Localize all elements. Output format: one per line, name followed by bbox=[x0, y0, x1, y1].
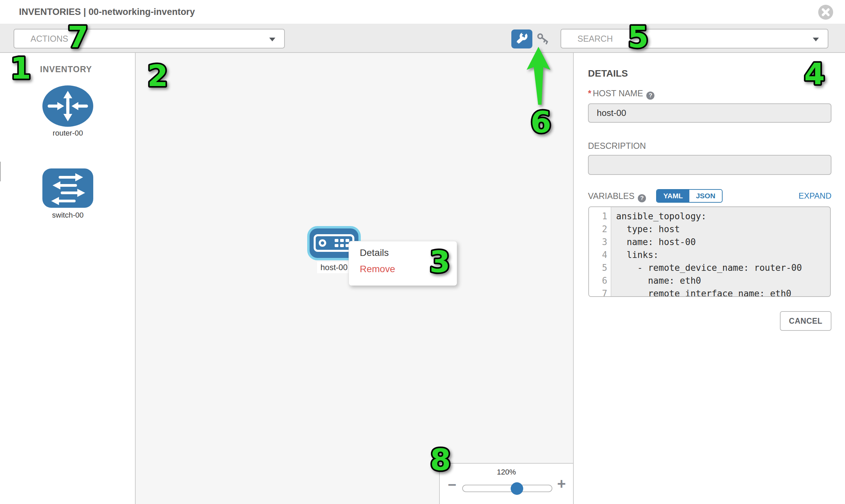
editor-line-number: 4 bbox=[589, 249, 611, 261]
zoom-slider-track[interactable] bbox=[462, 485, 552, 492]
network-visualizer-app: INVENTORIES | 00-networking-inventory AC… bbox=[0, 0, 845, 504]
editor-line-number: 7 bbox=[589, 287, 611, 297]
yaml-toggle-button[interactable]: YAML bbox=[657, 190, 689, 202]
editor-code-line: ansible_topology: bbox=[616, 210, 830, 223]
editor-line-number: 2 bbox=[589, 223, 611, 236]
host-name-input[interactable]: host-00 bbox=[588, 103, 831, 123]
context-menu: Details Remove bbox=[349, 241, 457, 286]
page-title: INVENTORIES | 00-networking-inventory bbox=[19, 0, 195, 24]
cancel-button[interactable]: CANCEL bbox=[780, 311, 831, 331]
question-circle-icon[interactable]: ? bbox=[638, 194, 646, 202]
sidebar-item-switch-label: switch-00 bbox=[20, 211, 115, 220]
search-dropdown-label: SEARCH bbox=[578, 30, 613, 48]
context-menu-item-remove[interactable]: Remove bbox=[360, 262, 395, 276]
variables-editor[interactable]: 1234567 ansible_topology: type: host nam… bbox=[588, 206, 831, 297]
editor-line-number: 6 bbox=[589, 274, 611, 287]
key-button[interactable] bbox=[536, 33, 552, 47]
switch-icon bbox=[42, 203, 93, 209]
required-asterisk: * bbox=[588, 88, 592, 98]
editor-code-line: remote_interface_name: eth0 bbox=[616, 287, 830, 297]
sidebar-item-router[interactable] bbox=[42, 85, 93, 128]
zoom-out-button[interactable]: – bbox=[448, 476, 456, 491]
question-circle-icon[interactable]: ? bbox=[646, 91, 654, 100]
sidebar-scrollbar[interactable] bbox=[0, 162, 1, 181]
editor-code-line: name: eth0 bbox=[616, 274, 830, 287]
variables-label-row: VARIABLES? bbox=[588, 191, 646, 202]
sidebar-item-switch[interactable] bbox=[42, 168, 93, 209]
close-button[interactable] bbox=[818, 5, 833, 20]
details-panel: DETAILS * HOST NAME? host-00 DESCRIPTION… bbox=[575, 53, 845, 504]
editor-line-number: 5 bbox=[589, 261, 611, 274]
host-name-field-label-row: * HOST NAME? bbox=[588, 88, 654, 100]
header: INVENTORIES | 00-networking-inventory bbox=[0, 0, 845, 24]
actions-dropdown[interactable]: ACTIONS bbox=[14, 29, 285, 49]
tools-button[interactable] bbox=[511, 30, 532, 49]
context-menu-item-details[interactable]: Details bbox=[360, 246, 389, 259]
chevron-down-icon bbox=[269, 38, 275, 41]
wrench-icon bbox=[511, 44, 532, 50]
json-toggle-button[interactable]: JSON bbox=[689, 190, 722, 202]
editor-line-numbers: 1234567 bbox=[589, 207, 611, 296]
expand-link[interactable]: EXPAND bbox=[798, 191, 831, 201]
editor-code-line: name: host-00 bbox=[616, 236, 830, 249]
zoom-percent: 120% bbox=[440, 468, 573, 476]
router-icon bbox=[42, 122, 93, 128]
topology-canvas[interactable]: host-00 Details Remove 120% – + bbox=[136, 53, 574, 504]
sidebar-item-router-label: router-00 bbox=[20, 129, 115, 138]
editor-line-number: 3 bbox=[589, 236, 611, 249]
description-label: DESCRIPTION bbox=[588, 141, 646, 151]
description-input[interactable] bbox=[588, 155, 831, 175]
host-name-label: HOST NAME bbox=[593, 88, 643, 98]
variables-label: VARIABLES bbox=[588, 191, 634, 201]
inventory-title: INVENTORY bbox=[40, 65, 128, 74]
search-dropdown[interactable]: SEARCH bbox=[561, 29, 828, 49]
editor-line-number: 1 bbox=[589, 210, 611, 223]
key-icon bbox=[536, 42, 552, 48]
zoom-in-button[interactable]: + bbox=[557, 476, 566, 491]
chevron-down-icon bbox=[813, 38, 819, 41]
editor-code-line: - remote_device_name: router-00 bbox=[616, 261, 830, 274]
format-toggle: YAML JSON bbox=[656, 189, 723, 203]
zoom-slider-thumb[interactable] bbox=[511, 482, 523, 495]
zoom-widget: 120% – + bbox=[439, 463, 574, 504]
editor-code[interactable]: ansible_topology: type: host name: host-… bbox=[611, 207, 830, 296]
actions-dropdown-label: ACTIONS bbox=[31, 30, 68, 48]
editor-code-line: links: bbox=[616, 249, 830, 261]
editor-code-line: type: host bbox=[616, 223, 830, 236]
host-node-label: host-00 bbox=[317, 262, 351, 273]
details-panel-title: DETAILS bbox=[588, 68, 628, 79]
